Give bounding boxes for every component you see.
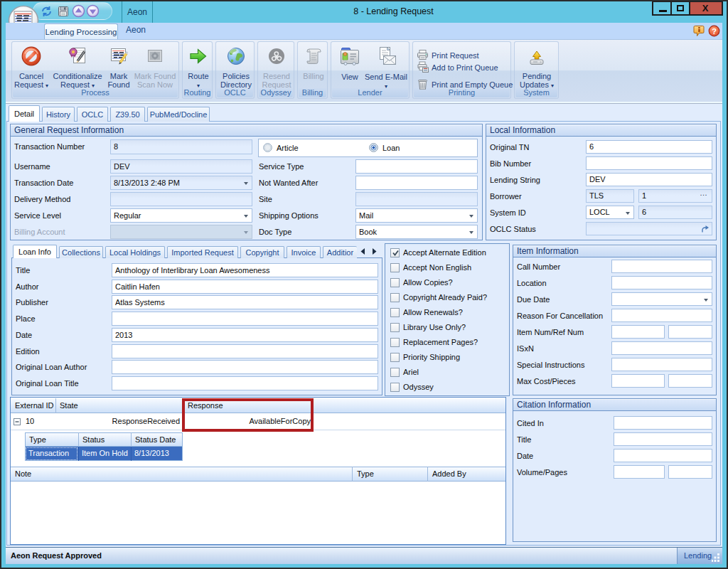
svg-text:?: ? — [712, 27, 717, 36]
